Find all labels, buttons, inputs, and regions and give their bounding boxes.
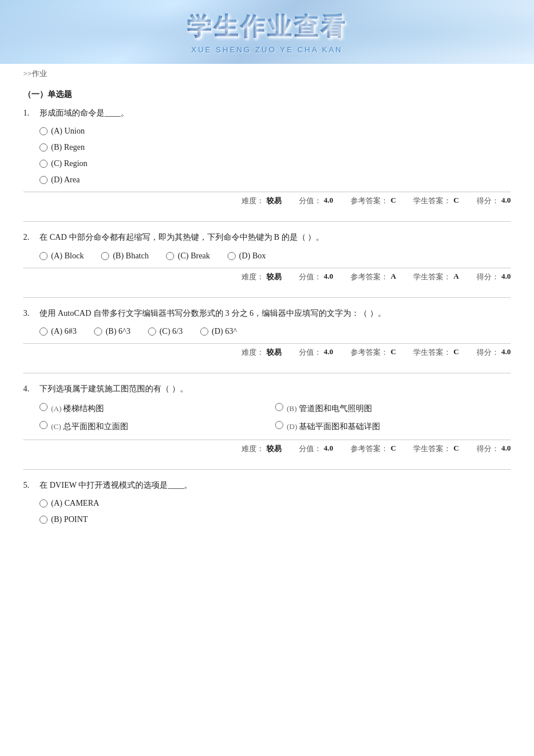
list-item: (D) Box [228, 250, 266, 262]
question-1-num: 1. [23, 107, 35, 120]
question-1-text: 1. 形成面域的命令是____。 [23, 107, 511, 120]
radio-icon[interactable] [39, 127, 48, 135]
radio-icon[interactable] [275, 403, 283, 411]
option-label: (C) Region [51, 159, 88, 168]
list-item: (D) Area [39, 174, 511, 186]
list-item: (A) 6#3 [39, 326, 77, 337]
radio-icon[interactable] [39, 403, 48, 411]
question-3-score-bar: 难度： 较易 分值： 4.0 参考答案： C 学生答案： C 得分： 4.0 [23, 343, 511, 361]
option-label: (A) Block [51, 251, 84, 261]
student-answer-item: 学生答案： C [413, 347, 459, 358]
option-label: (C) 总平面图和立面图 [51, 421, 128, 433]
page-title-cn: 学生作业查看 [187, 10, 347, 43]
list-item: (C) Break [166, 250, 210, 262]
list-item: (C) 总平面图和立面图 [39, 420, 275, 434]
radio-icon[interactable] [94, 327, 102, 336]
radio-icon[interactable] [39, 160, 48, 168]
question-1-body: 形成面域的命令是____。 [39, 107, 129, 120]
option-label: (D) Area [51, 175, 80, 185]
radio-icon[interactable] [39, 516, 48, 524]
ref-answer-item: 参考答案： C [351, 444, 396, 454]
list-item: (A) Block [39, 250, 84, 262]
student-answer-item: 学生答案： C [413, 444, 459, 454]
main-content: （一）单选题 1. 形成面域的命令是____。 (A) Union (B) Re… [0, 84, 534, 560]
option-label: (B) Regen [51, 143, 85, 152]
score-item: 分值： 4.0 [299, 272, 333, 282]
radio-icon[interactable] [39, 252, 48, 260]
list-item: (D) 基础平面图和基础详图 [275, 420, 511, 434]
question-4-text: 4. 下列选项属于建筑施工图范围的有（ ）。 [23, 383, 511, 395]
option-label: (B) 6^3 [106, 327, 131, 336]
list-item: (D) 63^ [200, 326, 237, 337]
radio-icon[interactable] [228, 252, 236, 260]
list-item: (C) 6/3 [148, 326, 183, 337]
question-2: 2. 在 CAD 中部分命令都有起缩写，即为其热键，下列命令中热键为 B 的是（… [23, 231, 511, 285]
option-label: (A) CAMERA [51, 499, 99, 508]
radio-icon[interactable] [148, 327, 156, 336]
ref-answer-item: 参考答案： A [351, 272, 396, 282]
option-label: (C) 6/3 [160, 327, 183, 336]
question-2-body: 在 CAD 中部分命令都有起缩写，即为其热键，下列命令中热键为 B 的是（ ）。 [39, 231, 324, 244]
question-3-num: 3. [23, 307, 35, 320]
list-item: (A) 楼梯结构图 [39, 402, 275, 416]
option-label: (B) 管道图和电气照明图 [287, 403, 372, 415]
list-item: (B) POINT [39, 514, 511, 525]
divider [23, 221, 511, 222]
score-item: 分值： 4.0 [299, 347, 333, 358]
question-4: 4. 下列选项属于建筑施工图范围的有（ ）。 (A) 楼梯结构图 (B) 管道图… [23, 383, 511, 458]
question-5-num: 5. [23, 479, 35, 492]
option-label: (A) 6#3 [51, 327, 77, 336]
earned-item: 得分： 4.0 [477, 196, 511, 206]
list-item: (B) Bhatch [101, 250, 149, 262]
radio-icon[interactable] [39, 143, 48, 152]
radio-icon[interactable] [275, 421, 283, 429]
radio-icon[interactable] [39, 176, 48, 184]
question-4-body: 下列选项属于建筑施工图范围的有（ ）。 [39, 383, 188, 395]
divider [23, 373, 511, 373]
score-item: 分值： 4.0 [299, 196, 333, 206]
question-4-num: 4. [23, 383, 35, 395]
question-5-body: 在 DVIEW 中打开透视模式的选项是____。 [39, 479, 192, 492]
divider [23, 297, 511, 298]
option-label: (A) 楼梯结构图 [51, 403, 104, 415]
question-5-text: 5. 在 DVIEW 中打开透视模式的选项是____。 [23, 479, 511, 492]
question-3-text: 3. 使用 AutoCAD 自带多行文字编辑器书写分数形式的 3 分之 6，编辑… [23, 307, 511, 320]
list-item: (B) 6^3 [94, 326, 131, 337]
student-answer-item: 学生答案： C [413, 196, 459, 206]
score-item: 分值： 4.0 [299, 444, 333, 454]
radio-icon[interactable] [39, 499, 48, 507]
earned-item: 得分： 4.0 [477, 272, 511, 282]
ref-answer-item: 参考答案： C [351, 196, 396, 206]
section-title: （一）单选题 [23, 89, 511, 100]
question-3-body: 使用 AutoCAD 自带多行文字编辑器书写分数形式的 3 分之 6，编辑器中应… [39, 307, 386, 320]
option-label: (B) Bhatch [113, 251, 149, 261]
radio-icon[interactable] [39, 327, 48, 336]
list-item: (B) Regen [39, 142, 511, 153]
difficulty-item: 难度： 较易 [241, 196, 282, 206]
list-item: (A) Union [39, 125, 511, 137]
earned-item: 得分： 4.0 [477, 444, 511, 454]
radio-icon[interactable] [166, 252, 174, 260]
question-4-options: (A) 楼梯结构图 (B) 管道图和电气照明图 (C) 总平面图和立面图 (D)… [39, 402, 511, 434]
question-1: 1. 形成面域的命令是____。 (A) Union (B) Regen (C)… [23, 107, 511, 210]
student-answer-item: 学生答案： A [413, 272, 459, 282]
ref-answer-item: 参考答案： C [351, 347, 396, 358]
question-3-options: (A) 6#3 (B) 6^3 (C) 6/3 (D) 63^ [39, 326, 511, 337]
difficulty-item: 难度： 较易 [241, 444, 282, 454]
question-4-score-bar: 难度： 较易 分值： 4.0 参考答案： C 学生答案： C 得分： 4.0 [23, 440, 511, 458]
question-2-score-bar: 难度： 较易 分值： 4.0 参考答案： A 学生答案： A 得分： 4.0 [23, 268, 511, 286]
question-3: 3. 使用 AutoCAD 自带多行文字编辑器书写分数形式的 3 分之 6，编辑… [23, 307, 511, 361]
difficulty-item: 难度： 较易 [241, 272, 282, 282]
question-5-options: (A) CAMERA (B) POINT [39, 498, 511, 525]
option-label: (D) Box [239, 251, 266, 261]
radio-icon[interactable] [39, 421, 48, 429]
option-label: (B) POINT [51, 515, 88, 524]
radio-icon[interactable] [200, 327, 208, 336]
option-label: (D) 63^ [212, 327, 237, 336]
radio-icon[interactable] [101, 252, 109, 260]
page-title-en: XUE SHENG ZUO YE CHA KAN [191, 45, 342, 54]
breadcrumb: >>作业 [0, 64, 534, 84]
option-label: (A) Union [51, 127, 85, 136]
question-1-score-bar: 难度： 较易 分值： 4.0 参考答案： C 学生答案： C 得分： 4.0 [23, 192, 511, 210]
list-item: (C) Region [39, 158, 511, 170]
